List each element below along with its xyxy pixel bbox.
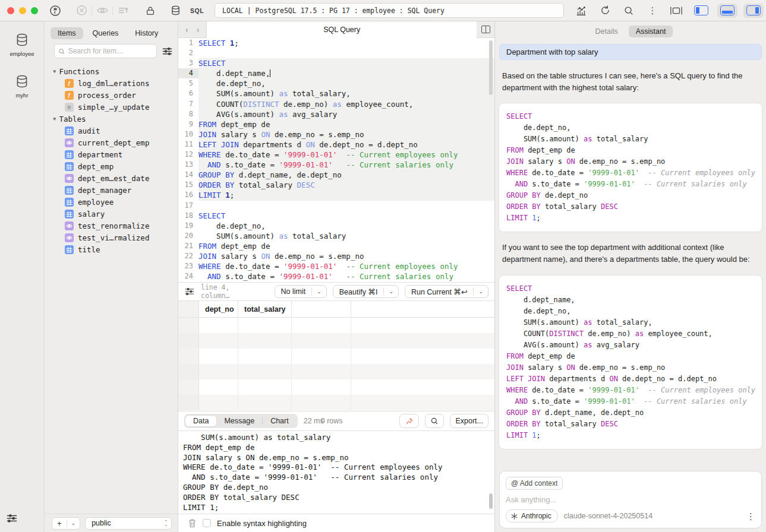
table-row[interactable]	[178, 333, 494, 349]
disconnect-icon[interactable]	[72, 4, 90, 18]
tree-section-tables[interactable]: ▼Tables	[53, 113, 178, 125]
filter-icon[interactable]	[162, 46, 173, 56]
table-row[interactable]	[178, 349, 494, 364]
tree-item-view[interactable]: test_vi…rmalized	[53, 232, 178, 243]
sql-log-icon[interactable]	[114, 4, 132, 18]
tree-item-function[interactable]: ƒlog_dml…erations	[53, 77, 178, 89]
table-row[interactable]	[178, 395, 494, 410]
table-row[interactable]	[178, 318, 494, 333]
export-button[interactable]: Export...	[450, 414, 488, 428]
tree-item-table[interactable]: department	[53, 148, 178, 160]
tree-item-table[interactable]: employee	[53, 196, 178, 208]
editor-line[interactable]: 1SELECT 1;	[178, 38, 494, 48]
run-current-button[interactable]: Run Current ⌘↩⌄	[405, 285, 488, 298]
tree-item-table[interactable]: audit	[53, 125, 178, 137]
lock-icon[interactable]	[141, 4, 159, 18]
tree-item-view[interactable]: test_renormalize	[53, 220, 178, 232]
beautify-button[interactable]: Beautify ⌘I⌄	[333, 285, 399, 298]
editor-line[interactable]: 2	[178, 48, 494, 58]
tab-chart[interactable]: Chart	[263, 416, 297, 426]
column-header-total-salary[interactable]: total_salary	[238, 301, 292, 317]
editor-line[interactable]: 12WHERE de.to_date = '9999-01-01' -- Cur…	[178, 150, 494, 160]
sql-code-block-1[interactable]: SELECT de.dept_no, SUM(s.amount) as tota…	[499, 103, 762, 232]
conversation-title-banner[interactable]: Department with top salary	[499, 44, 762, 60]
editor-line[interactable]: 13 AND s.to_date = '9999-01-01' -- Curre…	[178, 160, 494, 170]
editor-line[interactable]: 5 de.dept_no,	[178, 78, 494, 88]
tree-item-procedure[interactable]: ⚙simple_…y_update	[53, 101, 178, 113]
provider-select[interactable]: Anthropic	[506, 509, 558, 522]
editor-line[interactable]: 9FROM dept_emp de	[178, 119, 494, 129]
table-row[interactable]	[178, 379, 494, 395]
tab-assistant[interactable]: Assistant	[629, 26, 673, 37]
editor-line[interactable]: 7 COUNT(DISTINCT de.emp_no) as employee_…	[178, 99, 494, 109]
schema-select[interactable]: public ⌃⌄	[85, 517, 172, 530]
editor-line[interactable]: 23WHERE de.to_date = '9999-01-01' -- Cur…	[178, 261, 494, 271]
window-layout-icon[interactable]	[667, 4, 685, 18]
more-options-icon[interactable]: ⋮	[644, 4, 661, 18]
editor-line[interactable]: 16LIMIT 1;	[178, 190, 494, 200]
back-button[interactable]: ‹	[185, 25, 188, 34]
tab-queries[interactable]: Queries	[86, 27, 126, 39]
add-item-button[interactable]: +⌄	[52, 517, 80, 530]
editor-line[interactable]: 18SELECT	[178, 211, 494, 221]
syntax-highlighting-checkbox[interactable]	[203, 519, 211, 527]
tree-item-table[interactable]: salary	[53, 208, 178, 220]
editor-line[interactable]: 6 SUM(s.amount) as total_salary,	[178, 88, 494, 99]
search-icon[interactable]	[620, 4, 638, 18]
connection-employee[interactable]: employee	[10, 32, 34, 57]
connection-title[interactable]: LOCAL | PostgreSQL 17.5 : PG 17 : employ…	[215, 3, 564, 18]
editor-line[interactable]: 15ORDER BY total_salary DESC	[178, 180, 494, 190]
editor-line[interactable]: 21FROM dept_emp de	[178, 241, 494, 251]
assistant-more-icon[interactable]: ⋮	[746, 512, 755, 521]
editor-line[interactable]: 8 AVG(s.amount) as avg_salary	[178, 109, 494, 119]
editor-line[interactable]: 24 AND s.to_date = '9999-01-01' -- Curre…	[178, 271, 494, 281]
tree-item-view[interactable]: current_dept_emp	[53, 137, 178, 148]
tree-item-table[interactable]: dept_emp	[53, 160, 178, 172]
editor-line[interactable]: 11LEFT JOIN departments d ON de.dept_no …	[178, 140, 494, 150]
reload-icon[interactable]	[596, 4, 614, 18]
sql-code-block-2[interactable]: SELECT d.dept_name, de.dept_no, SUM(s.am…	[499, 276, 762, 449]
database-icon[interactable]	[166, 4, 184, 18]
editor-settings-icon[interactable]	[184, 287, 195, 296]
results-grid[interactable]: dept_no total_salary	[178, 300, 494, 411]
tab-items[interactable]: Items	[51, 27, 83, 39]
editor-line[interactable]: 22JOIN salary s ON de.emp_no = s.emp_no	[178, 251, 494, 261]
rail-settings-icon[interactable]	[0, 513, 18, 526]
ask-input[interactable]	[506, 495, 755, 504]
close-window-button[interactable]	[7, 7, 14, 14]
editor-line[interactable]: 14GROUP BY d.dept_name, de.dept_no	[178, 170, 494, 180]
tree-item-table[interactable]: dept_manager	[53, 184, 178, 196]
zoom-window-button[interactable]	[31, 7, 38, 14]
add-context-button[interactable]: @ Add context	[506, 477, 563, 490]
tab-history[interactable]: History	[128, 27, 165, 39]
column-header-dept-no[interactable]: dept_no	[199, 301, 238, 317]
editor-line[interactable]: 20 SUM(s.amount) as total_salary	[178, 231, 494, 241]
minimize-window-button[interactable]	[19, 7, 26, 14]
editor-line[interactable]: 19 de.dept_no,	[178, 221, 494, 231]
editor-line[interactable]: 17	[178, 201, 494, 211]
limit-dropdown[interactable]: No limit⌄	[275, 285, 327, 298]
connection-icon[interactable]	[46, 4, 64, 18]
table-row[interactable]	[178, 364, 494, 379]
sql-editor[interactable]: 1SELECT 1;23SELECT4 d.dept_name,5 de.dep…	[178, 38, 494, 282]
message-panel[interactable]: SUM(s.amount) as total_salaryFROM dept_e…	[178, 430, 494, 514]
toggle-bottom-panel-button[interactable]	[717, 4, 737, 18]
preview-icon[interactable]	[93, 4, 111, 18]
toggle-left-panel-button[interactable]	[691, 4, 711, 18]
pin-result-button[interactable]	[399, 414, 419, 428]
tab-details[interactable]: Details	[588, 26, 625, 37]
tab-message[interactable]: Message	[216, 416, 262, 426]
tab-sql-query[interactable]: SQL Query	[206, 21, 477, 38]
tab-data[interactable]: Data	[185, 416, 216, 426]
tree-section-functions[interactable]: ▼Functions	[53, 65, 178, 77]
connection-myhr[interactable]: myhr	[14, 74, 30, 99]
trash-icon[interactable]	[188, 518, 197, 528]
search-results-button[interactable]	[425, 414, 444, 428]
split-editor-icon[interactable]	[477, 26, 494, 33]
chart-icon[interactable]	[572, 4, 590, 18]
tree-item-function[interactable]: ƒprocess_order	[53, 89, 178, 101]
editor-line[interactable]: 4 d.dept_name,	[178, 68, 494, 78]
toggle-right-panel-button[interactable]	[743, 4, 764, 18]
search-input[interactable]	[68, 47, 153, 55]
forward-button[interactable]: ›	[197, 25, 200, 34]
